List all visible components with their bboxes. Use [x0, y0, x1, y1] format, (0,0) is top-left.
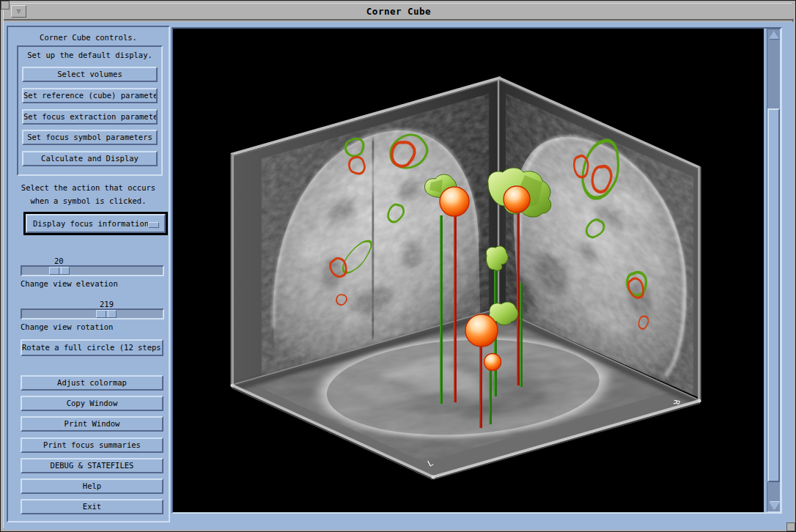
resize-corner-icon[interactable] — [786, 522, 795, 531]
elevation-value: 20 — [54, 256, 64, 265]
rotation-value: 219 — [100, 300, 114, 309]
elevation-label: Change view elevation — [21, 279, 118, 288]
focus-symbol[interactable] — [484, 354, 501, 371]
corner-cube-canvas[interactable]: L R — [173, 29, 764, 512]
scroll-up-icon[interactable] — [769, 31, 779, 39]
action-prompt-line1: Select the action that occurs — [8, 183, 169, 192]
titlebar[interactable]: ▽ Corner Cube — [4, 4, 794, 21]
scroll-down-icon[interactable] — [769, 502, 779, 510]
exit-button[interactable]: Exit — [21, 499, 163, 514]
focus-symbol[interactable] — [504, 186, 530, 213]
print-window-button[interactable]: Print Window — [21, 416, 163, 432]
rotate-full-circle-button[interactable]: Rotate a full circle (12 steps) — [21, 339, 163, 356]
focus-symbol[interactable] — [465, 314, 498, 347]
debug-statefiles-button[interactable]: DEBUG & STATEFILES — [21, 458, 163, 473]
adjust-colormap-button[interactable]: Adjust colormap — [21, 375, 163, 391]
controls-panel: Corner Cube controls. Set up the default… — [7, 26, 170, 522]
action-optionmenu-value: Display focus information — [33, 219, 149, 228]
set-focus-symbol-button[interactable]: Set focus symbol parameters — [22, 130, 158, 145]
elevation-slider[interactable]: 20 — [21, 265, 164, 276]
action-prompt-line2: when a symbol is clicked. — [8, 196, 169, 205]
stem-green — [489, 370, 492, 424]
stem-green — [440, 215, 443, 404]
focus-symbol[interactable] — [440, 187, 469, 216]
set-focus-extraction-button[interactable]: Set focus extraction parameters — [22, 109, 158, 125]
rotation-slider-thumb[interactable] — [96, 310, 117, 318]
main-view: L R — [172, 27, 782, 514]
panel-heading: Corner Cube controls. — [8, 33, 169, 42]
print-focus-summaries-button[interactable]: Print focus summaries — [21, 437, 163, 453]
rotation-slider[interactable]: 219 — [21, 309, 164, 319]
stem-red — [517, 213, 520, 385]
setup-group-label: Set up the default display. — [18, 51, 161, 59]
vertical-scrollbar[interactable] — [767, 29, 781, 512]
setup-groupbox: Set up the default display. Select volum… — [17, 45, 163, 176]
help-button[interactable]: Help — [21, 479, 163, 494]
action-optionmenu[interactable]: Display focus information — [26, 214, 166, 233]
window-title: Corner Cube — [4, 6, 794, 17]
stem-red — [454, 216, 457, 402]
set-reference-params-button[interactable]: Set reference (cube) parameters — [22, 88, 158, 103]
copy-window-button[interactable]: Copy Window — [21, 396, 163, 411]
action-optionmenu-focus: Display focus information — [23, 212, 168, 235]
scrollbar-thumb[interactable] — [767, 108, 780, 482]
corner-cube-window: ▽ Corner Cube Corner Cube controls. Set … — [0, 0, 796, 532]
calculate-display-button[interactable]: Calculate and Display — [22, 151, 158, 166]
resize-corner-icon[interactable] — [1, 1, 10, 10]
option-menu-glyph-icon — [148, 222, 159, 228]
corner-cube-scene: L R — [173, 29, 764, 512]
stem-green — [520, 283, 523, 387]
select-volumes-button[interactable]: Select volumes — [22, 67, 158, 82]
app-content: Corner Cube controls. Set up the default… — [4, 22, 794, 530]
stem-red — [479, 347, 482, 428]
elevation-slider-thumb[interactable] — [49, 267, 70, 275]
rotation-label: Change view rotation — [21, 322, 113, 331]
